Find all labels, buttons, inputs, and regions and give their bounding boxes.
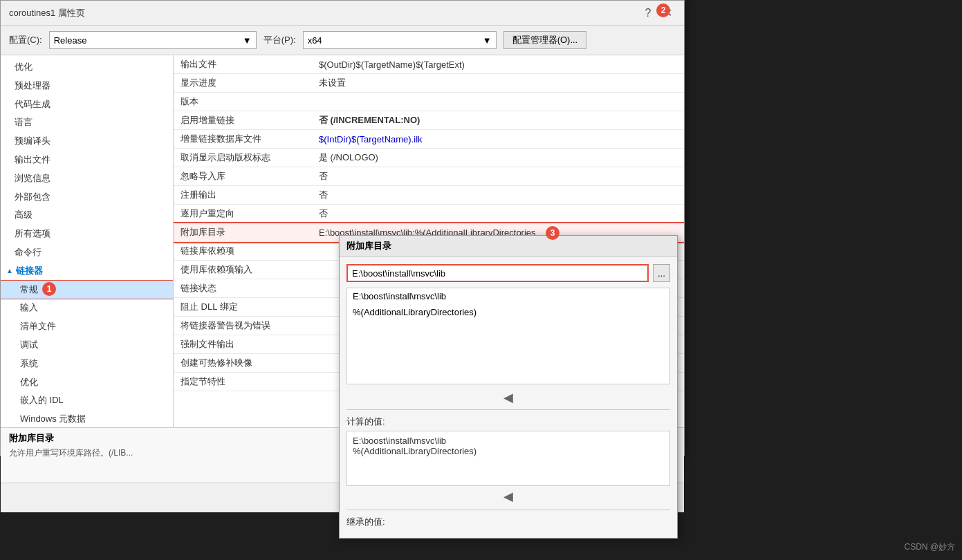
- sidebar-item-optimize[interactable]: 优化: [1, 58, 173, 77]
- prop-name: 增量链接数据库文件: [174, 130, 312, 149]
- table-row: 启用增量链接 否 (/INCREMENTAL:NO): [174, 111, 684, 130]
- scroll-left-icon: ◀: [503, 391, 513, 404]
- prop-name: 将链接器警告视为错误: [174, 317, 312, 335]
- sidebar-item-input[interactable]: 输入: [1, 299, 173, 317]
- table-row: 忽略导入库 否: [174, 167, 684, 186]
- popup-content: ... 3 E:\boost\install\msvc\lib %(Additi…: [340, 257, 677, 538]
- table-row: 输出文件 $(OutDir)$(TargetName)$(TargetExt): [174, 55, 684, 74]
- prop-name: 版本: [174, 93, 312, 111]
- config-arrow-icon: ▼: [243, 35, 252, 46]
- prop-name: 输出文件: [174, 55, 312, 74]
- sidebar-item-preprocessor[interactable]: 预处理器: [1, 77, 173, 95]
- calc-label: 计算的值:: [346, 416, 670, 428]
- sidebar-item-cmdline[interactable]: 命令行: [1, 243, 173, 262]
- config-select[interactable]: Release ▼: [49, 31, 257, 49]
- list-item[interactable]: E:\boost\install\msvc\lib: [347, 288, 669, 304]
- prop-name: 忽略导入库: [174, 167, 312, 186]
- config-row: 配置(C): Release ▼ 平台(P): x64 ▼ 配置管理器(O)..…: [1, 26, 684, 55]
- table-row: 注册输出 否: [174, 186, 684, 205]
- watermark: CSDN @妙方: [904, 541, 955, 553]
- prop-value: 未设置: [312, 74, 684, 93]
- badge-3: 3: [546, 226, 559, 240]
- prop-name: 强制文件输出: [174, 335, 312, 354]
- sidebar-item-debug[interactable]: 调试: [1, 336, 173, 355]
- prop-name: 显示进度: [174, 74, 312, 93]
- sidebar-item-manifest[interactable]: 清单文件: [1, 317, 173, 336]
- prop-value: [312, 93, 684, 111]
- calc-line-1: E:\boost\install\msvc\lib: [353, 436, 664, 446]
- badge-1: 1: [42, 282, 56, 296]
- dialog-title: coroutines1 属性页: [9, 7, 85, 19]
- prop-value: $(IntDir)$(TargetName).ilk: [312, 130, 684, 149]
- prop-name: 阻止 DLL 绑定: [174, 298, 312, 317]
- prop-name: 取消显示启动版权标志: [174, 149, 312, 167]
- sidebar-item-output[interactable]: 输出文件: [1, 151, 173, 169]
- prop-value: 否: [312, 167, 684, 186]
- prop-name: 指定节特性: [174, 373, 312, 391]
- sidebar-item-language[interactable]: 语言: [1, 113, 173, 132]
- table-row: 逐用户重定向 否: [174, 205, 684, 223]
- config-label: 配置(C):: [9, 34, 42, 46]
- prop-value: $(OutDir)$(TargetName)$(TargetExt): [312, 55, 684, 74]
- prop-name: 创建可热修补映像: [174, 354, 312, 373]
- prop-value: 是 (/NOLOGO): [312, 149, 684, 167]
- sidebar-item-optlink[interactable]: 优化: [1, 373, 173, 392]
- calc-section: 计算的值: E:\boost\install\msvc\lib %(Additi…: [346, 409, 670, 486]
- table-row: 增量链接数据库文件 $(IntDir)$(TargetName).ilk: [174, 130, 684, 149]
- sidebar-item-general[interactable]: 常规: [1, 281, 173, 299]
- config-manager-button[interactable]: 配置管理器(O)...: [503, 31, 587, 49]
- sidebar-item-winmeta[interactable]: Windows 元数据: [1, 410, 173, 427]
- inherit-section: 继承的值:: [346, 510, 670, 528]
- table-row: 版本: [174, 93, 684, 111]
- scroll-left-icon-2: ◀: [503, 489, 513, 503]
- sidebar-section-linker[interactable]: ▲ 链接器: [1, 262, 173, 281]
- prop-name: 链接库依赖项: [174, 242, 312, 261]
- sidebar-item-pch[interactable]: 预编译头: [1, 132, 173, 151]
- prop-name: 逐用户重定向: [174, 205, 312, 223]
- inherit-label: 继承的值:: [346, 516, 670, 528]
- popup-libdirs-dialog: 附加库目录 ... 3 E:\boost\install\msvc\lib %(…: [339, 235, 678, 539]
- help-button[interactable]: ?: [640, 5, 656, 21]
- sidebar-item-advanced[interactable]: 高级: [1, 206, 173, 225]
- linker-section-label: 链接器: [16, 264, 43, 279]
- sidebar-item-alloptions[interactable]: 所有选项: [1, 225, 173, 243]
- linker-arrow-icon: ▲: [6, 265, 13, 277]
- sidebar-item-codegen[interactable]: 代码生成: [1, 95, 173, 114]
- platform-select[interactable]: x64 ▼: [303, 31, 497, 49]
- table-row: 显示进度 未设置: [174, 74, 684, 93]
- dialog-titlebar: coroutines1 属性页 ? ✕: [1, 1, 684, 26]
- sidebar-item-browse[interactable]: 浏览信息: [1, 169, 173, 188]
- platform-value: x64: [308, 35, 322, 46]
- platform-arrow-icon: ▼: [483, 35, 492, 46]
- sidebar-item-system[interactable]: 系统: [1, 355, 173, 373]
- prop-name: 附加库目录: [174, 223, 312, 242]
- libdir-input[interactable]: [346, 264, 649, 282]
- popup-list[interactable]: E:\boost\install\msvc\lib %(AdditionalLi…: [346, 288, 670, 384]
- config-value: Release: [54, 35, 87, 46]
- sidebar: 优化 预处理器 代码生成 语言 预编译头 输出文件 浏览信息 外部包含 高级 所…: [1, 55, 174, 427]
- prop-name: 启用增量链接: [174, 111, 312, 130]
- calc-box: E:\boost\install\msvc\lib %(AdditionalLi…: [346, 431, 670, 486]
- table-row: 取消显示启动版权标志 是 (/NOLOGO): [174, 149, 684, 167]
- prop-value: 否: [312, 205, 684, 223]
- prop-value: 否: [312, 186, 684, 205]
- sidebar-item-external[interactable]: 外部包含: [1, 188, 173, 207]
- popup-input-row: ...: [346, 264, 670, 282]
- list-item[interactable]: %(AdditionalLibraryDirectories): [347, 304, 669, 320]
- calc-line-2: %(AdditionalLibraryDirectories): [353, 446, 664, 456]
- prop-name: 链接状态: [174, 279, 312, 298]
- browse-button[interactable]: ...: [653, 264, 670, 282]
- platform-label: 平台(P):: [263, 34, 296, 46]
- sidebar-item-idl[interactable]: 嵌入的 IDL: [1, 391, 173, 410]
- prop-name: 注册输出: [174, 186, 312, 205]
- prop-value: 否 (/INCREMENTAL:NO): [312, 111, 684, 130]
- popup-title: 附加库目录: [340, 236, 677, 257]
- prop-name: 使用库依赖项输入: [174, 261, 312, 279]
